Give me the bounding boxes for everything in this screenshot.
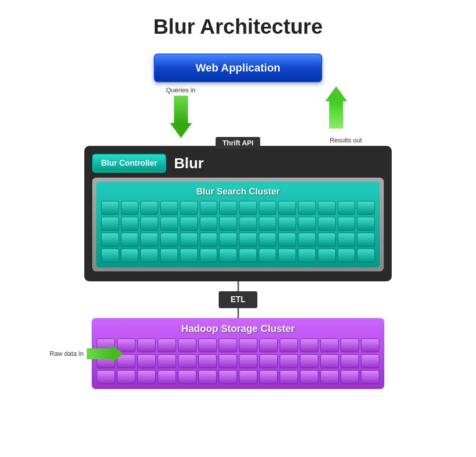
etl-line-top [238,281,239,291]
hadoop-cell [219,338,237,352]
cluster-cell [338,233,356,247]
hadoop-cell [239,338,257,352]
blur-header-row: Blur Controller Blur [92,154,384,173]
hadoop-cell [341,338,359,352]
hadoop-cell [158,354,176,368]
hadoop-cell [341,354,359,368]
etl-box: ETL [219,291,257,308]
arrow-shaft [174,96,188,123]
hadoop-cell [361,338,379,352]
cluster-cell [278,201,296,215]
cluster-cell [239,233,257,247]
cluster-cell [160,217,178,231]
hadoop-cell [137,354,156,368]
hadoop-cell [97,370,115,384]
page-title: Blur Architecture [153,15,323,39]
cluster-cell [298,201,316,215]
cluster-cell [121,233,139,247]
queries-in-label: Queries in [166,86,195,94]
hadoop-cell [178,354,196,368]
cluster-cell [357,217,375,231]
cluster-cell [259,249,277,262]
cluster-cell [259,201,277,215]
hadoop-cell [137,338,156,352]
hadoop-cell [259,354,278,368]
raw-data-label: Raw data in [50,345,123,363]
queries-arrow-section: Queries in [166,86,195,138]
cluster-cell [298,249,316,262]
hadoop-cell [178,370,196,384]
hadoop-cell [300,338,318,352]
cluster-cell [219,249,237,262]
blur-cluster-label: Blur Search Cluster [101,187,375,197]
cluster-cell [101,249,119,262]
cluster-cell [101,217,119,231]
hadoop-area: Raw data in Hadoop Storage Cluster [50,318,426,389]
cluster-cell [219,217,237,231]
hadoop-cell [219,370,237,384]
cluster-cell [219,233,237,247]
cluster-cell [239,217,257,231]
cluster-cell [278,217,296,231]
hadoop-cell [320,338,339,352]
cluster-cell [298,233,316,247]
blur-cluster-grid [101,201,375,262]
cluster-cell [239,201,257,215]
cluster-cell [160,249,178,262]
raw-arrow-shaft [87,348,112,359]
cluster-cell [338,217,356,231]
cluster-cell [140,217,158,231]
hadoop-cell [259,338,278,352]
cluster-cell [200,201,218,215]
cluster-cell [318,249,336,262]
cluster-cell [101,233,119,247]
hadoop-cell [198,370,217,384]
hadoop-cell [158,370,176,384]
hadoop-cell [239,370,257,384]
cluster-cell [200,233,218,247]
cluster-cell [298,217,316,231]
cluster-cell [318,233,336,247]
hadoop-cell [320,370,339,384]
queries-in-arrow [170,96,192,138]
blur-cluster-container: Blur Search Cluster [92,178,384,271]
cluster-cell [160,201,178,215]
cluster-cell [121,201,139,215]
cluster-cell [200,217,218,231]
web-app-label: Web Application [195,62,280,74]
hadoop-cell [280,354,298,368]
hadoop-cell [280,370,298,384]
cluster-cell [121,217,139,231]
hadoop-cell [280,338,298,352]
thrift-api-label: Thrift API [216,137,260,149]
blur-outer-box: Thrift API Blur Controller Blur Blur Sea… [84,146,392,281]
blur-cluster-inner: Blur Search Cluster [96,182,380,267]
cluster-cell [219,201,237,215]
cluster-cell [259,233,277,247]
raw-arrow-head [112,345,123,363]
cluster-cell [259,217,277,231]
cluster-cell [140,201,158,215]
hadoop-cell [300,354,318,368]
page-container: Blur Architecture Web Application Querie… [0,0,476,457]
cluster-cell [140,249,158,262]
arrow-head [170,123,192,138]
cluster-cell [180,233,198,247]
arrow-head-up [325,86,347,101]
results-arrow-section [325,86,347,129]
cluster-cell [357,201,375,215]
cluster-cell [278,249,296,262]
hadoop-box: Hadoop Storage Cluster [92,318,384,389]
blur-controller-badge: Blur Controller [92,154,166,173]
cluster-cell [160,233,178,247]
hadoop-cell [361,354,379,368]
cluster-cell [200,249,218,262]
cluster-cell [140,233,158,247]
results-out-label: Results out [330,136,362,144]
hadoop-cell [239,354,257,368]
hadoop-cell [117,370,135,384]
cluster-cell [318,201,336,215]
arrow-shaft-up [329,101,343,129]
cluster-cell [357,233,375,247]
cluster-cell [180,201,198,215]
